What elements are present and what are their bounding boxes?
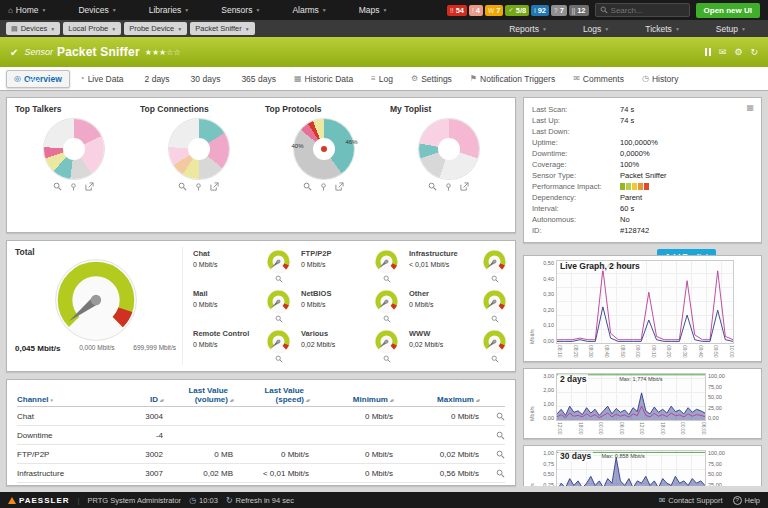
magnifier-icon[interactable] — [275, 275, 283, 283]
pin-icon[interactable] — [69, 182, 78, 191]
magnifier-icon[interactable] — [496, 431, 505, 440]
toplist-title[interactable]: My Toplist — [390, 104, 507, 114]
badge-icon: W — [488, 7, 494, 14]
magnifier-icon[interactable] — [491, 275, 499, 283]
menu-item[interactable]: Maps▼ — [359, 5, 388, 15]
magnifier-icon[interactable] — [496, 412, 505, 421]
table-column-header[interactable]: Last Value (speed)▴▾ — [233, 386, 309, 404]
magnifier-icon[interactable] — [491, 315, 499, 323]
magnifier-icon[interactable] — [303, 182, 312, 191]
status-badge[interactable]: ||12 — [569, 5, 589, 16]
search-input[interactable] — [611, 6, 685, 15]
open-external-icon[interactable] — [335, 182, 344, 191]
thirty-days-graph-card[interactable]: 30 days Mbit/s 1,000,750,500,250,00 Max:… — [523, 445, 762, 486]
table-column-header[interactable]: Minimum▴▾ — [309, 395, 393, 404]
open-external-icon[interactable] — [85, 182, 94, 191]
menu-item[interactable]: Home▼ — [8, 5, 46, 15]
table-column-header[interactable]: Channel▾ — [17, 395, 123, 404]
y-axis-label: Mbit/s — [528, 373, 536, 421]
channel-gauge-value: 0 Mbit/s — [193, 301, 218, 308]
pin-icon[interactable] — [444, 182, 453, 191]
top-connections-donut[interactable] — [169, 119, 229, 179]
tab[interactable]: ◷History — [634, 70, 686, 88]
magnifier-icon[interactable] — [275, 315, 283, 323]
magnifier-icon[interactable] — [178, 182, 187, 191]
status-badge[interactable]: ✓5/8 — [505, 5, 529, 16]
breadcrumb-item[interactable]: Local Probe▼ — [63, 22, 121, 35]
toplist-title[interactable]: Top Protocols — [265, 104, 382, 114]
status-badge[interactable]: i92 — [531, 5, 549, 16]
table-column-header[interactable]: Maximum▴▾ — [393, 395, 479, 404]
live-graph-card[interactable]: Live Graph, 2 hours Mbit/s 0,500,400,300… — [523, 255, 762, 362]
gear-icon[interactable]: ⚙ — [734, 47, 742, 57]
magnifier-icon[interactable] — [496, 450, 505, 459]
open-new-ui-button[interactable]: Open new UI — [696, 3, 760, 18]
menu-item[interactable]: Setup▼ — [716, 24, 746, 34]
mail-icon[interactable]: ✉ — [719, 47, 727, 57]
two-days-graph-card[interactable]: 2 days Mbit/s 3,002,001,000,00 Max: 1,77… — [523, 368, 762, 439]
refresh-icon[interactable]: ↻ — [750, 47, 758, 57]
help-link[interactable]: ?Help — [733, 496, 760, 505]
breadcrumb-item[interactable]: Packet Sniffer▼ — [190, 22, 255, 35]
tab[interactable]: 30 days — [180, 70, 229, 88]
magnifier-icon[interactable] — [53, 182, 62, 191]
tab[interactable]: 365 days — [230, 70, 284, 88]
channel-gauge-title: Mail — [193, 289, 218, 298]
logged-in-user[interactable]: PRTG System Administrator — [87, 496, 181, 505]
menu-item[interactable]: Libraries▼ — [149, 5, 190, 15]
magnifier-icon[interactable] — [491, 355, 499, 363]
magnifier-icon[interactable] — [383, 355, 391, 363]
tab[interactable]: ⚙Settings — [403, 70, 460, 88]
detail-row: Autonomous:No — [532, 214, 753, 225]
table-column-header[interactable]: Last Value (volume)▴▾ — [163, 386, 233, 404]
table-column-header[interactable]: ID▴▾ — [123, 395, 163, 404]
breadcrumb-item[interactable]: Devices▼ — [6, 22, 60, 35]
top-protocols-donut[interactable] — [294, 119, 354, 179]
menu-item[interactable]: Reports▼ — [509, 24, 547, 34]
top-talkers-donut[interactable] — [44, 119, 104, 179]
open-external-icon[interactable] — [210, 182, 219, 191]
detail-value: 60 s — [620, 204, 634, 213]
my-toplist-donut[interactable] — [419, 119, 479, 179]
open-external-icon[interactable] — [460, 182, 469, 191]
status-badge[interactable]: !!54 — [447, 5, 467, 16]
breadcrumb-item[interactable]: Probe Device▼ — [124, 22, 187, 35]
gauge-max: 699,999 Mbit/s — [133, 344, 176, 353]
cell-id: -4 — [123, 431, 163, 440]
left-column: Top Talkers Top Connections — [6, 97, 516, 486]
tab[interactable]: ◔Live Data — [72, 70, 132, 88]
menu-item[interactable]: Alarms▼ — [292, 5, 326, 15]
menu-item[interactable]: Tickets▼ — [645, 24, 680, 34]
tab[interactable]: ▦Historic Data — [286, 70, 361, 88]
pin-icon[interactable] — [319, 182, 328, 191]
magnifier-icon[interactable] — [496, 469, 505, 478]
contact-support-link[interactable]: ✉Contact Support — [659, 496, 723, 505]
priority-stars[interactable]: ★★★☆☆ — [145, 48, 181, 57]
paessler-logo[interactable]: PAESSLER — [8, 496, 70, 505]
tab[interactable]: 2 days — [134, 70, 178, 88]
menu-item[interactable]: Devices▼ — [78, 5, 116, 15]
magnifier-icon[interactable] — [275, 355, 283, 363]
tab[interactable]: ✉Comments — [565, 70, 632, 88]
pause-icon[interactable] — [705, 48, 711, 56]
menu-item[interactable]: Sensors▼ — [221, 5, 260, 15]
status-badge[interactable]: !4 — [469, 5, 483, 16]
tab[interactable]: ≡Log — [363, 70, 401, 88]
x-tick: 12:00 — [557, 422, 563, 436]
status-badge[interactable]: ?7 — [551, 5, 567, 16]
flag-icon[interactable]: ▦ — [746, 103, 754, 112]
magnifier-icon[interactable] — [383, 275, 391, 283]
status-badge[interactable]: W7 — [485, 5, 503, 16]
magnifier-icon[interactable] — [383, 315, 391, 323]
tab[interactable]: ⚑Notification Triggers — [462, 70, 563, 88]
pin-icon[interactable] — [194, 182, 203, 191]
magnifier-icon[interactable] — [428, 182, 437, 191]
toplist-title[interactable]: Top Connections — [140, 104, 257, 114]
refresh-group[interactable]: ↻Refresh in 94 sec — [226, 496, 294, 505]
toplist-title[interactable]: Top Talkers — [15, 104, 132, 114]
chevron-down-icon: ▼ — [604, 26, 609, 32]
mail-icon: ✉ — [659, 496, 666, 505]
channel-gauge-cell: Infrastructure < 0,01 Mbit/s — [409, 247, 507, 285]
total-gauge-panel: Total 0,045 Mbit/s 0,000 Mbit/s 699,999 … — [15, 247, 183, 365]
menu-item[interactable]: Logs▼ — [583, 24, 609, 34]
